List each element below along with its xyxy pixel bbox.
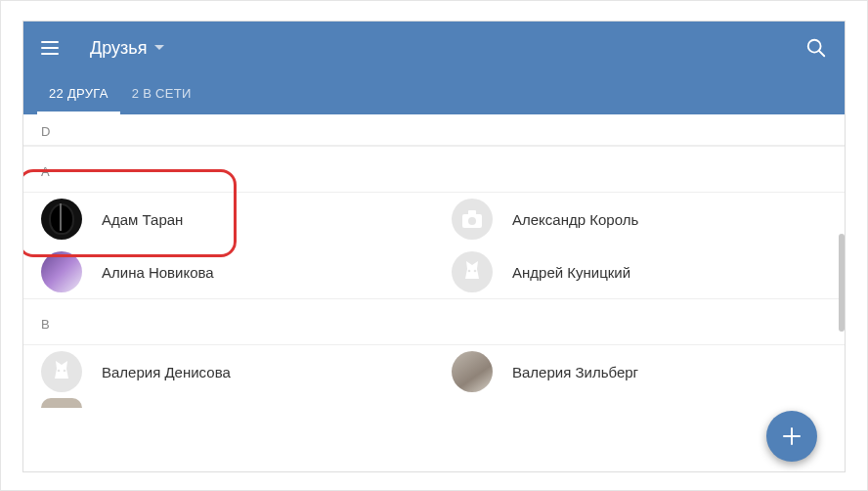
avatar	[41, 251, 82, 292]
menu-icon[interactable]	[41, 36, 65, 60]
dog-icon	[457, 257, 487, 287]
scrollbar[interactable]	[839, 234, 845, 332]
friend-name: Валерия Денисова	[102, 364, 231, 380]
tabs: 22 ДРУГА 2 В СЕТИ	[23, 74, 845, 114]
camera-icon	[461, 209, 483, 229]
friend-name: Александр Король	[512, 211, 638, 228]
svg-line-1	[819, 51, 825, 57]
friend-name: Адам Таран	[102, 211, 183, 228]
screen: Друзья 22 ДРУГА 2 В СЕТИ D А	[22, 21, 846, 472]
section-a: А	[23, 146, 845, 193]
app-frame: Друзья 22 ДРУГА 2 В СЕТИ D А	[0, 0, 868, 491]
section-d: D	[23, 114, 845, 146]
header: Друзья 22 ДРУГА 2 В СЕТИ	[23, 22, 845, 114]
friend-name: Андрей Куницкий	[512, 264, 630, 281]
friend-valeria-d[interactable]: Валерия Денисова	[23, 345, 434, 398]
section-a-grid: Адам Таран Александр Король Алина Новико	[23, 193, 845, 298]
search-icon[interactable]	[805, 37, 827, 59]
plus-icon	[781, 425, 803, 447]
section-v: В	[23, 298, 845, 345]
friend-alina[interactable]: Алина Новикова	[23, 246, 434, 298]
friend-alex[interactable]: Александр Король	[434, 193, 845, 246]
tab-online[interactable]: 2 В СЕТИ	[120, 74, 203, 114]
topbar: Друзья	[23, 22, 845, 74]
avatar-peek	[41, 398, 82, 408]
avatar	[41, 351, 82, 392]
dog-icon	[47, 357, 76, 386]
page-title-dropdown[interactable]: Друзья	[90, 38, 164, 59]
page-title: Друзья	[90, 38, 147, 59]
add-friend-button[interactable]	[766, 411, 817, 462]
friend-name: Валерия Зильберг	[512, 364, 638, 380]
avatar	[452, 351, 493, 392]
peek-row	[23, 398, 845, 408]
svg-rect-3	[468, 210, 476, 215]
avatar	[452, 251, 493, 292]
friend-adam[interactable]: Адам Таран	[23, 193, 434, 246]
friend-name: Алина Новикова	[102, 264, 214, 281]
tab-friends[interactable]: 22 ДРУГА	[37, 74, 120, 114]
friend-valeria-z[interactable]: Валерия Зильберг	[434, 345, 845, 398]
friends-list: D А Адам Таран Александр Король	[23, 114, 845, 471]
friend-andrey[interactable]: Андрей Куницкий	[434, 246, 845, 298]
svg-point-5	[468, 270, 471, 273]
avatar	[452, 199, 493, 240]
dropdown-icon	[154, 45, 164, 51]
svg-point-8	[64, 370, 66, 373]
avatar	[41, 199, 82, 240]
svg-point-4	[468, 217, 476, 225]
section-v-grid: Валерия Денисова Валерия Зильберг	[23, 345, 845, 398]
svg-point-7	[58, 370, 61, 373]
svg-point-6	[474, 270, 477, 273]
